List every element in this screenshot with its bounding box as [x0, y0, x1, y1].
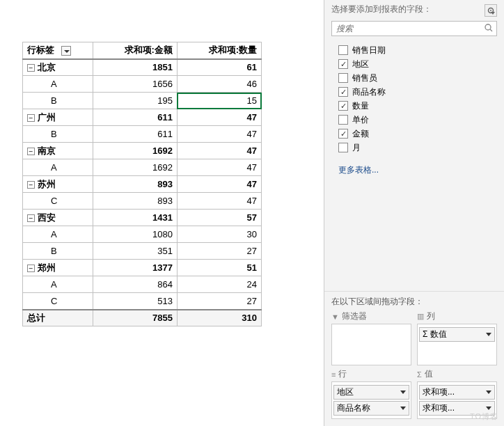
amount-header[interactable]: 求和项:金额 [93, 42, 177, 59]
filter-icon: ▼ [331, 313, 339, 321]
city-row[interactable]: −苏州89347 [23, 176, 262, 193]
chevron-down-icon[interactable] [400, 407, 406, 410]
field-checkbox[interactable] [338, 45, 348, 55]
panel-title: 选择要添加到报表的字段： [331, 4, 480, 14]
area-values-label: 值 [425, 368, 433, 380]
area-values[interactable]: 求和项...求和项... [417, 381, 497, 419]
city-row[interactable]: −西安143157 [23, 210, 262, 226]
detail-row[interactable]: A169247 [23, 159, 262, 176]
collapse-icon[interactable]: − [27, 64, 35, 72]
svg-point-1 [490, 10, 491, 11]
pivot-header-row: 行标签 求和项:金额 求和项:数量 [23, 42, 262, 59]
more-tables-link[interactable]: 更多表格... [324, 159, 504, 176]
field-label: 商品名称 [352, 86, 386, 98]
field-row[interactable]: 月 [338, 141, 497, 155]
area-columns[interactable]: Σ 数值 [417, 324, 497, 365]
field-row[interactable]: ✓地区 [338, 57, 497, 71]
svg-point-2 [485, 24, 491, 30]
detail-row[interactable]: A86424 [23, 276, 262, 293]
field-row[interactable]: ✓数量 [338, 99, 497, 113]
drag-areas-label: 在以下区域间拖动字段： [324, 291, 504, 310]
field-label: 销售员 [352, 72, 377, 84]
detail-row[interactable]: B61147 [23, 126, 262, 143]
pivot-fields-panel: 选择要添加到报表的字段： 销售日期✓地区销售员✓商品名称✓数量单价✓金额月 更多… [324, 0, 504, 426]
field-row[interactable]: 销售员 [338, 71, 497, 85]
collapse-icon[interactable]: − [27, 148, 35, 155]
field-label: 金额 [352, 128, 369, 140]
detail-row[interactable]: A165646 [23, 76, 262, 93]
field-checkbox[interactable] [338, 73, 348, 83]
field-checkbox[interactable]: ✓ [338, 129, 348, 139]
city-row[interactable]: −广州61147 [23, 109, 262, 126]
search-icon [484, 23, 494, 35]
field-label: 月 [352, 142, 361, 154]
area-filter[interactable] [331, 324, 411, 365]
field-checkbox[interactable] [338, 115, 348, 125]
field-checkbox[interactable]: ✓ [338, 87, 348, 97]
city-row[interactable]: −南京169247 [23, 143, 262, 159]
detail-row[interactable]: C89347 [23, 193, 262, 210]
pivot-pane: 行标签 求和项:金额 求和项:数量 −北京185161A165646B19515… [0, 0, 324, 426]
field-label: 单价 [352, 114, 369, 126]
area-chip[interactable]: 地区 [333, 385, 409, 400]
pivot-table[interactable]: 行标签 求和项:金额 求和项:数量 −北京185161A165646B19515… [22, 42, 262, 326]
area-columns-label: 列 [427, 310, 435, 322]
columns-icon: ▥ [417, 312, 424, 321]
detail-row[interactable]: B35127 [23, 243, 262, 260]
field-row[interactable]: 单价 [338, 113, 497, 127]
chevron-down-icon[interactable] [486, 333, 491, 336]
area-chip[interactable]: 商品名称 [333, 401, 409, 416]
field-checkbox[interactable]: ✓ [338, 59, 348, 69]
chevron-down-icon[interactable] [486, 407, 491, 410]
area-chip[interactable]: 求和项... [419, 385, 495, 400]
area-filter-label: 筛选器 [342, 310, 367, 322]
qty-header[interactable]: 求和项:数量 [177, 42, 261, 59]
row-labels-filter-dropdown[interactable] [61, 46, 71, 56]
field-row[interactable]: 销售日期 [338, 43, 497, 57]
detail-row[interactable]: C51327 [23, 293, 262, 310]
values-icon: Σ [417, 370, 422, 379]
detail-row[interactable]: A108030 [23, 226, 262, 243]
field-row[interactable]: ✓金额 [338, 127, 497, 141]
field-label: 地区 [352, 58, 369, 70]
field-checkbox[interactable]: ✓ [338, 101, 348, 111]
grand-total-row[interactable]: 总计7855310 [23, 310, 262, 326]
area-chip[interactable]: 求和项... [419, 401, 495, 416]
city-row[interactable]: −北京185161 [23, 59, 262, 76]
chevron-down-icon[interactable] [400, 390, 406, 394]
row-labels-header[interactable]: 行标签 [23, 42, 93, 59]
field-label: 销售日期 [352, 45, 386, 56]
collapse-icon[interactable]: − [27, 114, 35, 122]
collapse-icon[interactable]: − [27, 265, 35, 272]
field-row[interactable]: ✓商品名称 [338, 85, 497, 99]
fields-list: 销售日期✓地区销售员✓商品名称✓数量单价✓金额月 [324, 42, 504, 159]
city-row[interactable]: −郑州137751 [23, 260, 262, 276]
field-checkbox[interactable] [338, 143, 348, 152]
collapse-icon[interactable]: − [27, 181, 35, 189]
search-input[interactable] [335, 23, 484, 34]
field-search[interactable] [331, 21, 497, 36]
detail-row[interactable]: B19515 [23, 93, 262, 109]
area-rows-label: 行 [338, 368, 347, 380]
collapse-icon[interactable]: − [27, 214, 35, 222]
area-chip[interactable]: Σ 数值 [419, 327, 495, 342]
chevron-down-icon[interactable] [486, 390, 491, 394]
field-label: 数量 [352, 100, 369, 112]
area-rows[interactable]: 地区商品名称 [331, 381, 411, 419]
svg-line-3 [490, 29, 492, 31]
panel-options-button[interactable] [485, 4, 497, 17]
rows-icon: ≡ [331, 370, 336, 379]
